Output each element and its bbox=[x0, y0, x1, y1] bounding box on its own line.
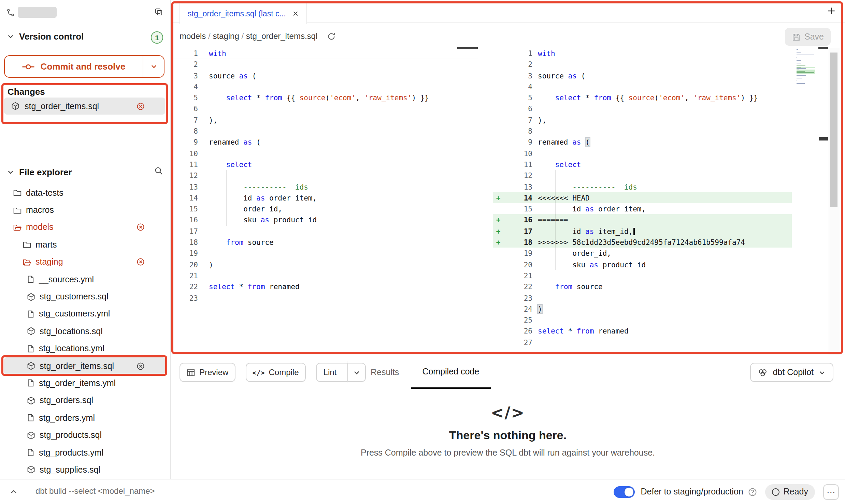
tree-item-models[interactable]: models bbox=[4, 219, 165, 236]
version-control-header[interactable]: Version control bbox=[7, 31, 84, 42]
status-badge[interactable]: Ready bbox=[765, 484, 815, 500]
discard-change-icon[interactable] bbox=[137, 102, 145, 110]
code-line[interactable]: 1with bbox=[174, 48, 478, 59]
code-line[interactable]: 19 bbox=[174, 248, 478, 259]
tree-item--sources-yml[interactable]: __sources.yml bbox=[4, 271, 165, 288]
code-line[interactable]: 11 select bbox=[493, 159, 792, 170]
collapse-panel-chevron-icon[interactable] bbox=[10, 488, 18, 496]
tree-item-stg-products-sql[interactable]: stg_products.sql bbox=[4, 427, 165, 444]
discard-change-icon[interactable] bbox=[137, 258, 145, 266]
close-tab-icon[interactable] bbox=[292, 10, 299, 17]
code-line[interactable]: 3source as ( bbox=[493, 70, 792, 81]
code-line[interactable]: 1with bbox=[493, 48, 792, 59]
code-line[interactable]: 4 bbox=[174, 81, 478, 92]
code-line[interactable]: +14<<<<<<< HEAD bbox=[493, 192, 792, 204]
code-line[interactable]: 23 bbox=[174, 292, 478, 303]
tree-item-stg-order-items-yml[interactable]: stg_order_items.yml bbox=[4, 375, 165, 392]
code-line[interactable]: 20 sku as product_id bbox=[493, 259, 792, 270]
diff-editor[interactable]: 1with23source as (45 select * from {{ so… bbox=[171, 48, 845, 355]
code-line[interactable]: +18>>>>>>> 58c1dd23d5eebd9cd2495fa7124ab… bbox=[493, 237, 792, 248]
tree-item-stg-orders-sql[interactable]: stg_orders.sql bbox=[4, 392, 165, 409]
discard-change-icon[interactable] bbox=[137, 223, 145, 232]
minimap[interactable] bbox=[797, 49, 815, 86]
develop-branch-icon[interactable] bbox=[6, 8, 15, 17]
code-line[interactable]: 9renamed as ( bbox=[493, 137, 792, 148]
tree-item-stg-products-yml[interactable]: stg_products.yml bbox=[4, 444, 165, 461]
editor-pane-modified[interactable]: 1with23source as (45 select * from {{ so… bbox=[493, 48, 792, 348]
code-line[interactable]: 12 bbox=[174, 170, 478, 181]
code-line[interactable]: 19 order_id, bbox=[493, 248, 792, 259]
panel-tab-results[interactable]: Results bbox=[359, 355, 411, 389]
code-line[interactable]: 17 bbox=[174, 226, 478, 237]
dbt-copilot-button[interactable]: dbt Copilot bbox=[750, 363, 833, 382]
new-tab-button[interactable] bbox=[827, 6, 836, 16]
help-icon[interactable] bbox=[748, 487, 757, 496]
code-line[interactable]: 14 id as order_item, bbox=[174, 192, 478, 204]
code-line[interactable]: 7), bbox=[493, 115, 792, 126]
code-line[interactable]: 5 select * from {{ source('ecom', 'raw_i… bbox=[493, 92, 792, 103]
code-line[interactable]: 20) bbox=[174, 259, 478, 270]
code-line[interactable]: 22 from source bbox=[493, 281, 792, 292]
code-line[interactable]: +16======= bbox=[493, 214, 792, 226]
code-line[interactable]: 11 select bbox=[174, 159, 478, 170]
code-line[interactable]: 15 order_id, bbox=[174, 203, 478, 214]
code-line[interactable]: 15 id as order_item, bbox=[493, 203, 792, 214]
tree-item-stg-supplies-sql[interactable]: stg_supplies.sql bbox=[4, 461, 165, 479]
code-line[interactable]: 18 from source bbox=[174, 237, 478, 248]
changed-file-row[interactable]: stg_order_items.sql bbox=[4, 98, 165, 115]
scrollbar-thumb[interactable] bbox=[818, 47, 828, 49]
editor-pane-original[interactable]: 1with23source as (45 select * from {{ so… bbox=[174, 48, 478, 303]
code-line[interactable]: 21 bbox=[493, 270, 792, 281]
scrollbar-thumb[interactable] bbox=[830, 53, 837, 207]
code-line[interactable]: 2 bbox=[174, 59, 478, 70]
tree-item-stg-customers-sql[interactable]: stg_customers.sql bbox=[4, 288, 165, 306]
code-line[interactable]: 25 bbox=[493, 314, 792, 326]
code-line[interactable]: 13 ---------- ids bbox=[174, 181, 478, 192]
code-line[interactable]: 16 sku as product_id bbox=[174, 214, 478, 226]
lint-button[interactable]: Lint bbox=[316, 363, 366, 382]
code-line[interactable]: 7), bbox=[174, 115, 478, 126]
code-line[interactable]: 9renamed as ( bbox=[174, 137, 478, 148]
tab-stg-order-items[interactable]: stg_order_items.sql (last c... bbox=[180, 3, 307, 24]
code-line[interactable]: 12 bbox=[493, 170, 792, 181]
tree-item-staging[interactable]: staging bbox=[4, 253, 165, 271]
code-line[interactable]: 13 ---------- ids bbox=[493, 181, 792, 192]
refresh-icon[interactable] bbox=[327, 32, 336, 41]
code-line[interactable]: 26select * from renamed bbox=[493, 326, 792, 337]
save-button[interactable]: Save bbox=[785, 28, 831, 46]
tree-item-macros[interactable]: macros bbox=[4, 202, 165, 219]
compile-button[interactable]: </> Compile bbox=[245, 363, 305, 382]
code-line[interactable]: 4 bbox=[493, 81, 792, 92]
search-icon[interactable] bbox=[154, 166, 163, 175]
scrollbar-thumb[interactable] bbox=[457, 47, 478, 49]
code-line[interactable]: 8 bbox=[493, 125, 792, 137]
code-line[interactable]: 8 bbox=[174, 125, 478, 137]
tree-item-stg-locations-yml[interactable]: stg_locations.yml bbox=[4, 340, 165, 357]
tree-item-marts[interactable]: marts bbox=[4, 236, 165, 253]
tree-item-stg-order-items-sql[interactable]: stg_order_items.sql bbox=[4, 357, 165, 375]
code-line[interactable]: 3source as ( bbox=[174, 70, 478, 81]
code-line[interactable]: 5 select * from {{ source('ecom', 'raw_i… bbox=[174, 92, 478, 103]
code-line[interactable]: 6 bbox=[493, 103, 792, 115]
code-line[interactable]: 10 bbox=[174, 148, 478, 159]
code-line[interactable]: 21 bbox=[174, 270, 478, 281]
code-line[interactable]: 6 bbox=[174, 103, 478, 115]
commit-and-resolve-button[interactable]: Commit and resolve bbox=[4, 55, 164, 78]
copy-icon[interactable] bbox=[154, 8, 163, 16]
code-line[interactable]: 10 bbox=[493, 148, 792, 159]
code-line[interactable]: 22select * from renamed bbox=[174, 281, 478, 292]
more-options-button[interactable]: ⋯ bbox=[823, 484, 839, 500]
code-line[interactable]: 2 bbox=[493, 59, 792, 70]
code-line[interactable]: 27 bbox=[493, 337, 792, 348]
tree-item-stg-customers-yml[interactable]: stg_customers.yml bbox=[4, 305, 165, 323]
defer-toggle[interactable] bbox=[614, 486, 635, 498]
commit-options-chevron[interactable] bbox=[143, 56, 164, 77]
panel-tab-compiled-code[interactable]: Compiled code bbox=[411, 355, 491, 389]
preview-button[interactable]: Preview bbox=[180, 363, 235, 382]
code-line[interactable]: +17 id as item_id, bbox=[493, 226, 792, 237]
cli-command-text[interactable]: dbt build --select <model_name> bbox=[35, 486, 155, 496]
discard-change-icon[interactable] bbox=[137, 362, 145, 370]
tree-item-stg-orders-yml[interactable]: stg_orders.yml bbox=[4, 409, 165, 427]
tree-item-stg-locations-sql[interactable]: stg_locations.sql bbox=[4, 323, 165, 340]
file-explorer-header[interactable]: File explorer bbox=[7, 167, 72, 177]
